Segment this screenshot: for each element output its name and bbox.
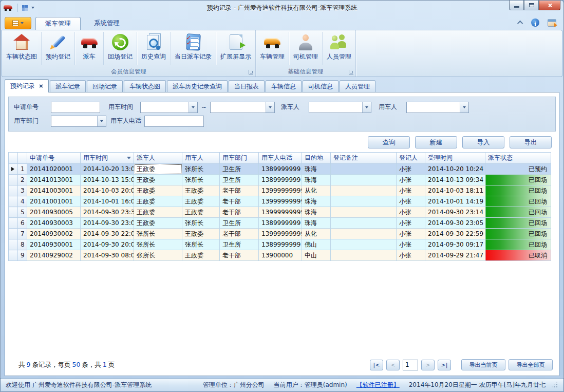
cell-remark[interactable]	[331, 207, 397, 218]
last-page-button[interactable]: >|	[438, 360, 451, 370]
cell-dest[interactable]: 珠海	[302, 175, 331, 185]
cell-dispatch-status[interactable]: 已回场	[485, 239, 551, 250]
combo-dropdown-button[interactable]	[266, 102, 274, 113]
cell-user[interactable]: 张所长	[182, 239, 220, 250]
cell-order-no[interactable]: 20141013001	[27, 175, 81, 185]
cell-registrar[interactable]: 小张	[397, 207, 425, 218]
table-row[interactable]: 1201410200012014-10-20 13:00王政委张所长卫生所138…	[9, 164, 551, 175]
ribbon-button-return-register[interactable]: 回场登记	[104, 32, 137, 65]
cell-dispatch-status[interactable]: 已取消	[485, 250, 551, 261]
column-header-dept[interactable]: 用车部门	[220, 153, 259, 164]
cell-dest[interactable]: 佛山	[302, 239, 331, 250]
row-indicator[interactable]	[9, 250, 18, 261]
ribbon-tab-system-manage[interactable]: 系统管理	[85, 17, 129, 30]
cell-phone[interactable]: 1389999999	[259, 164, 302, 175]
cell-dest[interactable]: 从化	[302, 229, 331, 239]
cell-registrar[interactable]: 小张	[397, 196, 425, 207]
column-header-status[interactable]: 派车状态	[485, 153, 551, 164]
row-indicator[interactable]	[9, 196, 18, 207]
dept-select[interactable]	[51, 116, 106, 127]
column-header-destination[interactable]: 目的地	[302, 153, 331, 164]
ribbon-button-today-dispatch-records[interactable]: 当日派车记录	[171, 32, 216, 65]
dialog-launcher-icon[interactable]	[349, 70, 353, 74]
cell-registrar[interactable]: 小张	[397, 185, 425, 196]
use-time-to-select[interactable]	[210, 102, 275, 113]
row-indicator[interactable]	[9, 207, 18, 218]
cell-dispatch-status[interactable]: 已回场	[485, 196, 551, 207]
cell-accept-time[interactable]: 2014-10-13 09:34	[425, 175, 485, 185]
cell-phone[interactable]: 13999999999	[259, 229, 302, 239]
tab-reservation-records[interactable]: 预约记录	[5, 79, 49, 92]
tab-daily-report[interactable]: 当日报表	[229, 80, 265, 92]
cell-accept-time[interactable]: 2014-09-29 21:47	[425, 250, 485, 261]
title-bar[interactable]: 预约记录 - 广州爱奇迪软件科技有限公司-派车管理系统	[1, 1, 563, 15]
cell-use-time[interactable]: 2014-09-30 20:00	[81, 239, 134, 250]
tab-return-records[interactable]: 回场记录	[87, 80, 123, 92]
export-current-page-button[interactable]: 导出当前页	[461, 359, 505, 370]
cell-user[interactable]: 张所长	[182, 164, 220, 175]
cell-dept[interactable]: 卫生所	[220, 218, 259, 229]
application-menu-button[interactable]	[5, 17, 31, 29]
cell-registrar[interactable]: 小张	[397, 239, 425, 250]
quick-access-grid-icon[interactable]	[22, 5, 28, 11]
row-indicator[interactable]	[9, 164, 18, 175]
resize-grip[interactable]	[552, 382, 558, 388]
cell-phone[interactable]: 13900000	[259, 250, 302, 261]
cell-order-no[interactable]: 20141020001	[27, 164, 81, 175]
ribbon-button-reservation-register[interactable]: 预约登记	[42, 32, 75, 65]
theme-style-icon[interactable]	[548, 19, 556, 27]
table-row[interactable]: 7201409300022014-09-30 22:00张所长王政委老干部139…	[9, 229, 551, 239]
page-input[interactable]	[403, 360, 418, 370]
cell-dept[interactable]: 老干部	[220, 207, 259, 218]
new-button[interactable]: 新建	[415, 136, 457, 148]
use-time-from-select[interactable]	[140, 102, 198, 113]
cell-accept-time[interactable]: 2014-09-30 23:14	[425, 207, 485, 218]
column-header-use-time[interactable]: 用车时间	[81, 153, 134, 164]
ribbon-collapse-chevron-icon[interactable]	[517, 21, 523, 26]
cell-dept[interactable]: 卫生所	[220, 175, 259, 185]
cell-use-time[interactable]: 2014-09-30 08:00	[81, 250, 134, 261]
cell-dispatcher[interactable]: 张所长	[134, 239, 182, 250]
row-indicator[interactable]	[9, 218, 18, 229]
column-header-registrar[interactable]: 登记人	[397, 153, 425, 164]
column-header-remark[interactable]: 登记备注	[331, 153, 397, 164]
combo-dropdown-button[interactable]	[362, 102, 371, 113]
cell-dispatch-status[interactable]: 已预约	[485, 164, 551, 175]
dialog-launcher-icon[interactable]	[249, 70, 253, 74]
tab-dispatch-records[interactable]: 派车记录	[50, 80, 86, 92]
column-header-user[interactable]: 用车人	[182, 153, 220, 164]
cell-dept[interactable]: 卫生所	[220, 164, 259, 175]
ribbon-button-vehicle-status-map[interactable]: 车辆状态图	[2, 32, 42, 65]
combo-dropdown-button[interactable]	[460, 102, 468, 113]
cell-registrar[interactable]: 小张	[397, 175, 425, 185]
cell-use-time[interactable]: 2014-10-20 13:00	[81, 164, 134, 175]
cell-remark[interactable]	[331, 185, 397, 196]
cell-user[interactable]: 王政委	[182, 196, 220, 207]
cell-order-no[interactable]: 20140930003	[27, 218, 81, 229]
cell-phone[interactable]: 1389999999	[259, 175, 302, 185]
cell-use-time[interactable]: 2014-09-30 23:00	[81, 218, 134, 229]
cell-dept[interactable]: 卫生所	[220, 239, 259, 250]
cell-remark[interactable]	[331, 250, 397, 261]
combo-dropdown-button[interactable]	[189, 102, 197, 113]
cell-order-no[interactable]: 20141003001	[27, 185, 81, 196]
row-indicator[interactable]	[9, 175, 18, 185]
quick-access-caret-icon[interactable]	[31, 7, 34, 9]
cell-registrar[interactable]: 小张	[397, 229, 425, 239]
ribbon-button-history-query[interactable]: 历史查询	[137, 32, 171, 65]
cell-order-no[interactable]: 20140930005	[27, 207, 81, 218]
cell-remark[interactable]	[331, 229, 397, 239]
cell-use-time[interactable]: 2014-10-01 16:00	[81, 196, 134, 207]
cell-dispatch-status[interactable]: 已回场	[485, 218, 551, 229]
cell-dispatcher[interactable]: 王政委	[134, 185, 182, 196]
minimize-button[interactable]	[509, 1, 524, 10]
cell-use-time[interactable]: 2014-10-13 15:00	[81, 175, 134, 185]
prev-page-button[interactable]: <	[386, 360, 400, 370]
cell-user[interactable]: 张所长	[182, 175, 220, 185]
cell-accept-time[interactable]: 2014-09-30 22:59	[425, 229, 485, 239]
cell-remark[interactable]	[331, 164, 397, 175]
column-header-accept-time[interactable]: 受理时间	[425, 153, 485, 164]
cell-dest[interactable]: 珠海	[302, 196, 331, 207]
cell-phone[interactable]: 1389999999	[259, 239, 302, 250]
cell-dispatcher[interactable]: 王政委	[134, 175, 182, 185]
